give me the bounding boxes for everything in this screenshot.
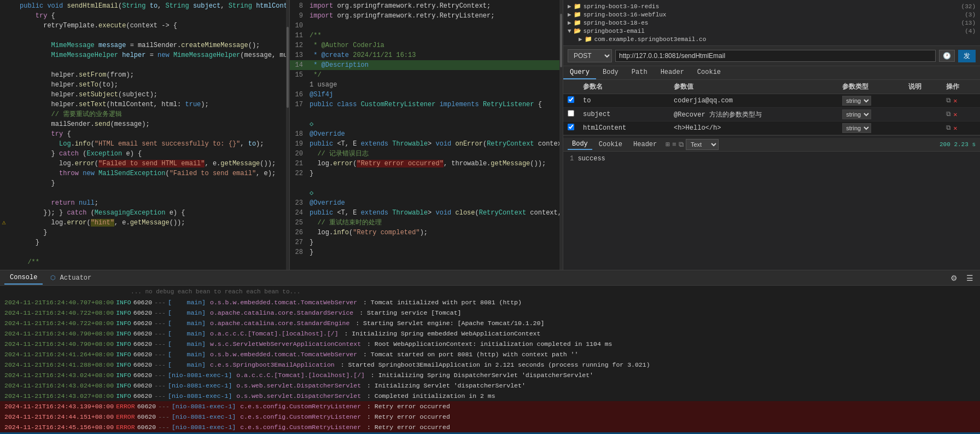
format-select[interactable]: Text JSON HTML <box>686 139 719 150</box>
row-checkbox-2[interactable] <box>568 110 574 117</box>
log-sep: --- <box>158 422 170 432</box>
file-count: (3) <box>965 11 976 18</box>
list-item: 2024-11-21T16:24:43.024+08:00 INFO 60620… <box>0 380 980 391</box>
raw-icon[interactable]: ≡ <box>672 141 676 149</box>
table-row: subject @Recover 方法的参数类型与 string ⧉ ✕ <box>563 108 980 121</box>
list-item: 2024-11-21T16:24:43.027+08:00 INFO 60620… <box>0 391 980 401</box>
log-pid: 60620 <box>133 370 153 380</box>
file-tree-label: spring-boot3-10-redis <box>584 3 660 10</box>
code-line: try { <box>0 129 289 139</box>
log-timestamp: 2024-11-21T16:24:41.264+08:00 <box>4 349 114 360</box>
code-line: 26 log.info("Retry completed"); <box>290 228 563 238</box>
code-line: retryTemplate.execute(context -> { <box>0 21 289 31</box>
send-button[interactable]: 发 <box>958 50 976 62</box>
log-logger: o.s.web.servlet.DispatcherServlet <box>236 391 361 401</box>
delete-icon-2[interactable]: ✕ <box>953 111 957 119</box>
folder-icon: 📁 <box>574 3 581 10</box>
chevron-right-icon: ▶ <box>568 3 571 10</box>
log-pid: 60620 <box>133 360 153 370</box>
file-tree-label: spring-boot3-18-es <box>584 20 649 26</box>
params-container: 参数名 参数值 参数类型 说明 操作 to coderjia@qq.com <box>563 80 980 135</box>
file-tree-item[interactable]: ▼ 📂 springboot3-email (4) <box>568 27 976 35</box>
log-logger: o.s.web.servlet.DispatcherServlet <box>236 380 361 391</box>
file-tree-item[interactable]: ▶ 📁 spring-boot3-16-webflux (3) <box>568 10 976 19</box>
row-checkbox-1[interactable] <box>568 96 574 103</box>
param-value-3: <h>Hello</h> <box>669 121 838 135</box>
file-tree-item[interactable]: ▶ 📁 com.example.springboot3email.co <box>568 35 976 43</box>
url-input[interactable] <box>615 50 936 62</box>
param-type-select-2[interactable]: string <box>842 109 871 119</box>
delete-icon-3[interactable]: ✕ <box>953 124 957 132</box>
list-item: 2024-11-21T16:24:40.790+08:00 INFO 60620… <box>0 339 980 349</box>
code-line: } <box>0 238 289 247</box>
code-line: log.error("Failed to send HTML email", e… <box>0 159 289 169</box>
response-tab-header[interactable]: Header <box>629 140 661 149</box>
param-type-select-1[interactable]: string <box>842 96 871 106</box>
code-line: 22 } <box>290 169 563 178</box>
scrollbar-track[interactable] <box>559 0 563 270</box>
code-line: public void sendHtmlEmail(String to, Str… <box>0 1 289 11</box>
tab-actuator[interactable]: ⬡ Actuator <box>45 272 97 284</box>
code-line: } <box>0 228 289 238</box>
tab-query[interactable]: Query <box>563 66 596 79</box>
status-badge: 200 2.23 s <box>940 141 976 148</box>
log-timestamp: 2024-11-21T16:24:40.722+08:00 <box>4 318 114 328</box>
log-logger: c.e.s.Springboot3EmailApplication <box>210 360 335 370</box>
col-param-desc: 说明 <box>904 80 942 94</box>
param-desc-2 <box>904 108 942 121</box>
row-checkbox-3[interactable] <box>568 124 574 130</box>
copy-icon-1[interactable]: ⧉ <box>946 97 951 105</box>
history-button[interactable]: 🕐 <box>939 50 955 62</box>
scrollbar-track[interactable] <box>286 0 289 270</box>
warning-indicator: ⚠ <box>0 218 8 228</box>
console-tabs: Console ⬡ Actuator ⚙ ☰ <box>0 270 980 286</box>
file-tree-item[interactable]: ▶ 📁 spring-boot3-10-redis (32) <box>568 2 976 10</box>
log-pid: 60620 <box>133 318 153 328</box>
method-select[interactable]: POST GET PUT DELETE <box>568 49 612 62</box>
folder-icon: 📁 <box>574 11 581 18</box>
tab-body[interactable]: Body <box>596 66 625 79</box>
log-sep: --- <box>158 401 170 412</box>
code-line: 16 @Slf4j <box>290 90 563 100</box>
param-type-select-3[interactable]: string <box>842 123 871 133</box>
scrollbar-thumb[interactable] <box>560 14 562 68</box>
code-line: 11 /** <box>290 31 563 40</box>
response-area: Body Cookie Header ⊞ ≡ ⧉ Text JSON HTML … <box>563 135 980 168</box>
tab-cookie[interactable]: Cookie <box>691 66 727 79</box>
log-logger: o.apache.catalina.core.StandardEngine <box>210 318 349 328</box>
list-item: 2024-11-21T16:24:41.288+08:00 INFO 60620… <box>0 360 980 370</box>
code-line <box>0 31 289 40</box>
list-item: 2024-11-21T16:24:43.139+08:00 ERROR 6062… <box>0 401 980 412</box>
log-pid: 60620 <box>133 328 153 339</box>
response-tab-cookie[interactable]: Cookie <box>594 140 627 149</box>
log-timestamp: 2024-11-21T16:24:40.790+08:00 <box>4 328 114 339</box>
log-sep: --- <box>154 349 166 360</box>
copy-icon-2[interactable]: ⧉ <box>946 111 951 118</box>
tab-header[interactable]: Header <box>654 66 691 79</box>
copy-icon-3[interactable]: ⧉ <box>946 124 951 132</box>
code-line: 12 * @Author CoderJia <box>290 40 563 50</box>
scrollbar-thumb[interactable] <box>287 27 289 108</box>
tab-path[interactable]: Path <box>625 66 654 79</box>
url-bar: POST GET PUT DELETE 🕐 发 <box>563 46 980 66</box>
col-param-type: 参数类型 <box>838 80 903 94</box>
copy-response-icon[interactable]: ⧉ <box>679 141 684 149</box>
console-content[interactable]: ... no debug each bean to reach each bea… <box>0 286 980 434</box>
code-line: } <box>0 178 289 188</box>
response-body: 1 success <box>563 152 980 166</box>
log-thread: [nio-8081-exec-1] <box>168 370 232 380</box>
col-param-actions: 操作 <box>942 80 980 94</box>
log-thread: [nio-8081-exec-1] <box>172 422 236 432</box>
log-logger: o.apache.catalina.core.StandardService <box>210 308 353 318</box>
filter-icon[interactable]: ☰ <box>964 273 976 283</box>
settings-icon[interactable]: ⚙ <box>948 273 960 283</box>
response-tab-body[interactable]: Body <box>568 139 592 150</box>
file-tree-item[interactable]: ▶ 📁 spring-boot3-18-es (13) <box>568 19 976 27</box>
code-line: helper.setText(htmlContent, html: true); <box>0 100 289 109</box>
pretty-icon[interactable]: ⊞ <box>666 140 670 149</box>
log-pid: 60620 <box>137 401 156 412</box>
tab-console[interactable]: Console <box>4 271 43 285</box>
delete-icon-1[interactable]: ✕ <box>953 97 957 105</box>
log-message: : Retry error occurred <box>363 422 450 432</box>
code-line: Log.info("HTML email sent successfully t… <box>0 139 289 149</box>
